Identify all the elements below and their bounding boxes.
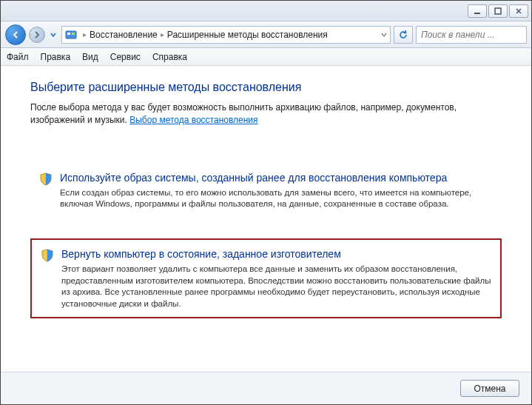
option-desc: Если создан образ системы, то его можно … bbox=[60, 187, 493, 210]
options-list: Используйте образ системы, созданный ран… bbox=[30, 164, 502, 318]
breadcrumb-separator: ▸ bbox=[158, 30, 167, 39]
svg-rect-0 bbox=[474, 13, 480, 14]
option-title: Вернуть компьютер в состояние, заданное … bbox=[61, 247, 491, 261]
menu-edit[interactable]: Правка bbox=[41, 52, 71, 62]
shield-icon bbox=[39, 173, 53, 186]
svg-rect-1 bbox=[495, 8, 501, 14]
breadcrumb-segment-1[interactable]: Восстановление bbox=[90, 30, 158, 40]
window: ▸ Восстановление ▸ Расширенные методы во… bbox=[0, 0, 532, 405]
minimize-button[interactable] bbox=[468, 4, 487, 18]
page-title: Выберите расширенные методы восстановлен… bbox=[30, 81, 502, 94]
forward-button[interactable] bbox=[29, 27, 45, 43]
shield-icon bbox=[41, 249, 54, 262]
arrow-right-icon bbox=[33, 30, 41, 39]
cancel-button[interactable]: Отмена bbox=[460, 380, 519, 397]
address-dropdown[interactable] bbox=[381, 32, 387, 38]
lead-paragraph: После выбора метода у вас будет возможно… bbox=[30, 101, 502, 127]
back-button[interactable] bbox=[5, 24, 26, 45]
menu-file[interactable]: Файл bbox=[7, 52, 29, 62]
menubar: Файл Правка Вид Сервис Справка bbox=[1, 48, 531, 66]
menu-help[interactable]: Справка bbox=[152, 52, 187, 62]
option-system-image[interactable]: Используйте образ системы, созданный ран… bbox=[30, 164, 502, 218]
address-bar[interactable]: ▸ Восстановление ▸ Расширенные методы во… bbox=[61, 26, 391, 44]
svg-rect-4 bbox=[72, 33, 75, 35]
navbar: ▸ Восстановление ▸ Расширенные методы во… bbox=[1, 21, 531, 48]
search-box[interactable] bbox=[416, 26, 527, 44]
breadcrumb-segment-2[interactable]: Расширенные методы восстановления bbox=[167, 30, 328, 40]
option-desc: Этот вариант позволяет удалить с компьют… bbox=[61, 264, 491, 309]
option-factory-reset[interactable]: Вернуть компьютер в состояние, заданное … bbox=[30, 238, 502, 318]
breadcrumb-separator: ▸ bbox=[80, 30, 90, 39]
content-area: Выберите расширенные методы восстановлен… bbox=[1, 66, 531, 372]
refresh-icon bbox=[398, 30, 408, 40]
arrow-left-icon bbox=[11, 30, 20, 39]
close-button[interactable] bbox=[509, 4, 528, 18]
refresh-button[interactable] bbox=[394, 26, 413, 44]
option-title: Используйте образ системы, созданный ран… bbox=[60, 171, 493, 184]
maximize-icon bbox=[494, 7, 502, 15]
history-dropdown[interactable] bbox=[48, 27, 58, 43]
choose-method-link[interactable]: Выбор метода восстановления bbox=[129, 115, 257, 125]
footer: Отмена bbox=[1, 372, 531, 404]
menu-tools[interactable]: Сервис bbox=[110, 52, 141, 62]
chevron-down-icon bbox=[50, 31, 57, 39]
svg-rect-3 bbox=[67, 33, 70, 35]
close-icon bbox=[515, 7, 522, 15]
menu-view[interactable]: Вид bbox=[82, 52, 98, 62]
control-panel-icon bbox=[65, 29, 77, 41]
maximize-button[interactable] bbox=[488, 4, 508, 18]
chevron-down-icon bbox=[381, 32, 387, 38]
minimize-icon bbox=[474, 7, 481, 15]
titlebar bbox=[1, 1, 531, 21]
search-input[interactable] bbox=[420, 29, 532, 41]
